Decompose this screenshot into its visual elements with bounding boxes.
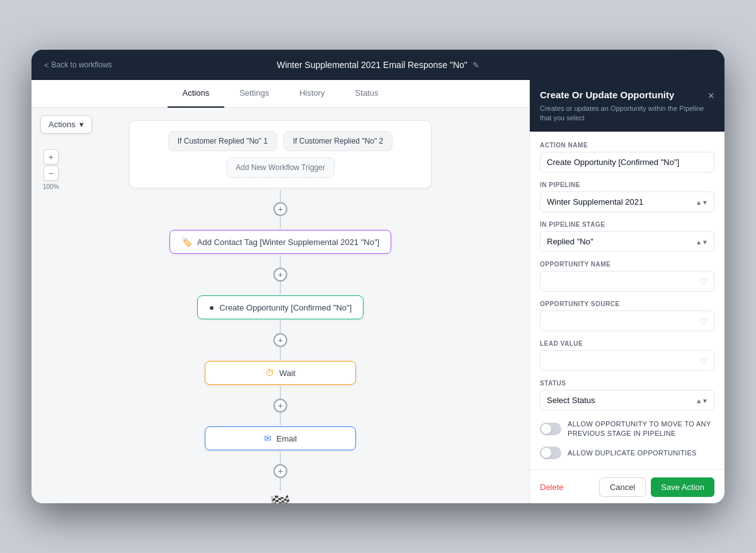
lead-value-label: LEAD VALUE — [540, 340, 714, 347]
finish-flag: 🏁 — [270, 494, 292, 503]
connector-line — [280, 190, 281, 202]
status-select-wrapper: Select Status ▲▼ — [540, 390, 714, 411]
toggle-2-label: ALLOW DUPLICATE OPPORTUNITIES — [568, 448, 697, 457]
trigger-chip-1[interactable]: If Customer Replied "No" 1 — [168, 131, 277, 151]
panel-close-button[interactable]: × — [707, 90, 714, 101]
panel-header: Create Or Update Opportunity Creates or … — [530, 80, 724, 132]
right-panel: Create Or Update Opportunity Creates or … — [529, 80, 724, 503]
tag-icon: 🏷️ — [181, 237, 192, 247]
pipeline-stage-select-wrapper: Replied "No" ▲▼ — [540, 231, 714, 252]
workflow-title-text: Winter Supplemental 2021 Email Response … — [277, 60, 467, 70]
top-bar: Back to workflows Winter Supplemental 20… — [32, 50, 724, 80]
field-group-opportunity-name: OPPORTUNITY NAME ♡ — [540, 261, 714, 292]
connector-line-2 — [280, 216, 281, 229]
in-pipeline-select[interactable]: Winter Supplemental 2021 — [540, 191, 714, 212]
trigger-box: If Customer Replied "No" 1 If Customer R… — [129, 120, 432, 188]
workflow-title: Winter Supplemental 2021 Email Response … — [277, 60, 479, 70]
panel-header-content: Create Or Update Opportunity Creates or … — [540, 89, 707, 123]
action-name-label: ACTION NAME — [540, 142, 714, 149]
add-node-button-5[interactable]: + — [273, 464, 287, 478]
field-group-pipeline-stage: IN PIPELINE STAGE Replied "No" ▲▼ — [540, 221, 714, 252]
delete-button[interactable]: Delete — [540, 482, 564, 492]
tab-history[interactable]: History — [284, 80, 340, 108]
tab-actions[interactable]: Actions — [168, 80, 225, 108]
node-tag-label: Add Contact Tag [Winter Supplemental 202… — [197, 237, 379, 247]
opportunity-name-input[interactable] — [540, 271, 714, 292]
canvas-area: Actions Settings History Status Actions … — [32, 80, 529, 503]
status-label: STATUS — [540, 380, 714, 387]
tabs-bar: Actions Settings History Status — [32, 80, 529, 108]
node-tag[interactable]: 🏷️ Add Contact Tag [Winter Supplemental … — [169, 230, 391, 254]
opportunity-source-end-icon: ♡ — [700, 316, 708, 326]
cancel-button[interactable]: Cancel — [599, 477, 646, 497]
actions-toolbar-wrapper: Actions ▾ — [40, 115, 92, 134]
zoom-controls: + − 100% — [43, 149, 59, 190]
action-name-input[interactable] — [540, 152, 714, 173]
zoom-out-button[interactable]: − — [43, 166, 59, 181]
add-trigger-button[interactable]: Add New Workflow Trigger — [226, 157, 335, 178]
actions-dropdown-button[interactable]: Actions ▾ — [40, 115, 92, 134]
field-group-action-name: ACTION NAME — [540, 142, 714, 173]
zoom-level: 100% — [43, 183, 59, 190]
node-wait[interactable]: ⏱ Wait — [205, 361, 356, 385]
connector-line-10 — [280, 478, 281, 491]
save-action-button[interactable]: Save Action — [651, 477, 714, 497]
lead-value-end-icon: ♡ — [700, 356, 708, 366]
footer-right: Cancel Save Action — [599, 477, 714, 497]
node-opportunity-label: Create Opportunity [Confirmed "No"] — [219, 303, 352, 312]
connector-line-4 — [280, 282, 281, 294]
node-wait-label: Wait — [279, 368, 295, 378]
add-node-button-4[interactable]: + — [273, 399, 287, 413]
opportunity-source-label: OPPORTUNITY SOURCE — [540, 300, 714, 307]
email-icon: ✉ — [264, 433, 272, 443]
edit-icon[interactable]: ✎ — [472, 60, 479, 70]
in-pipeline-select-wrapper: Winter Supplemental 2021 ▲▼ — [540, 191, 714, 212]
connector-line-5 — [280, 321, 281, 333]
panel-body: ACTION NAME IN PIPELINE Winter Supplemen… — [530, 132, 724, 469]
canvas-content: If Customer Replied "No" 1 If Customer R… — [32, 108, 529, 503]
wait-icon: ⏱ — [265, 368, 274, 378]
toggle-1-label: ALLOW OPPORTUNITY TO MOVE TO ANY PREVIOU… — [568, 419, 714, 438]
pipeline-stage-label: IN PIPELINE STAGE — [540, 221, 714, 228]
connector-2: + — [273, 255, 287, 294]
zoom-in-button[interactable]: + — [43, 149, 59, 164]
connector-3: + — [273, 321, 287, 360]
opportunity-source-input[interactable] — [540, 311, 714, 331]
node-opportunity[interactable]: ● Create Opportunity [Confirmed "No"] — [197, 295, 364, 319]
opportunity-name-end-icon: ♡ — [700, 276, 708, 287]
tab-status[interactable]: Status — [340, 80, 394, 108]
actions-label: Actions — [49, 120, 76, 129]
actions-arrow: ▾ — [79, 120, 84, 129]
status-select[interactable]: Select Status — [540, 390, 714, 411]
panel-footer: Delete Cancel Save Action — [530, 469, 724, 503]
connector-line-3 — [280, 255, 281, 268]
connector-line-6 — [280, 347, 281, 360]
panel-title: Create Or Update Opportunity — [540, 89, 707, 101]
opportunity-name-label: OPPORTUNITY NAME — [540, 261, 714, 268]
back-link[interactable]: Back to workflows — [44, 60, 112, 70]
trigger-chip-2[interactable]: If Customer Replied "No" 2 — [284, 131, 392, 151]
opportunity-source-wrapper: ♡ — [540, 311, 714, 331]
connector-1: + — [273, 190, 287, 229]
node-email[interactable]: ✉ Email — [205, 426, 356, 450]
opportunity-icon: ● — [209, 302, 214, 312]
field-group-status: STATUS Select Status ▲▼ — [540, 380, 714, 411]
field-group-opportunity-source: OPPORTUNITY SOURCE ♡ — [540, 300, 714, 331]
field-group-lead-value: LEAD VALUE ♡ — [540, 340, 714, 371]
connector-line-9 — [280, 452, 281, 464]
toggle-allow-duplicate[interactable] — [540, 447, 561, 459]
panel-subtitle: Creates or updates an Opportunity within… — [540, 104, 707, 123]
node-email-label: Email — [277, 434, 297, 443]
lead-value-wrapper: ♡ — [540, 350, 714, 371]
opportunity-name-wrapper: ♡ — [540, 271, 714, 292]
in-pipeline-label: IN PIPELINE — [540, 181, 714, 188]
add-node-button-2[interactable]: + — [273, 268, 287, 282]
tab-settings[interactable]: Settings — [224, 80, 284, 108]
lead-value-input[interactable] — [540, 350, 714, 371]
add-node-button-3[interactable]: + — [273, 333, 287, 347]
add-node-button-1[interactable]: + — [273, 202, 287, 216]
connector-4: + — [273, 386, 287, 425]
toggle-row-1: ALLOW OPPORTUNITY TO MOVE TO ANY PREVIOU… — [540, 419, 714, 438]
pipeline-stage-select[interactable]: Replied "No" — [540, 231, 714, 252]
toggle-allow-previous-stage[interactable] — [540, 423, 561, 435]
